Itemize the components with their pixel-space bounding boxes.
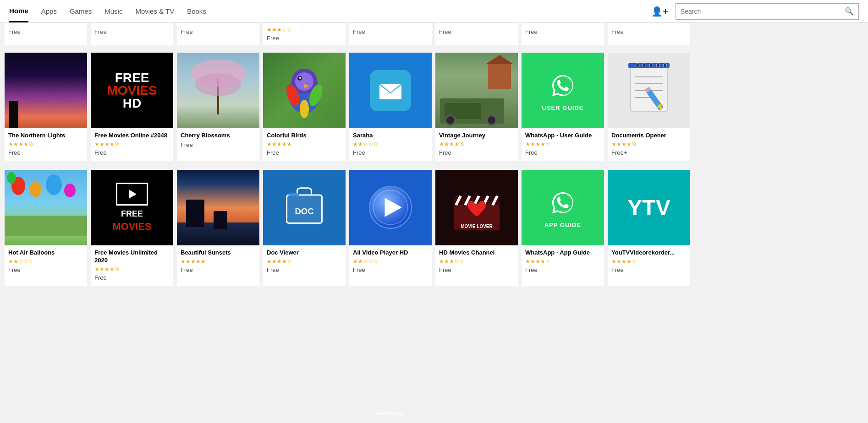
app-thumbnail: FREE MOVIES xyxy=(91,170,173,245)
app-price: Free xyxy=(94,274,170,281)
parrot-icon xyxy=(279,61,330,120)
app-card-all-video-player[interactable]: All Video Player HD ★★☆☆☆ Free xyxy=(349,170,432,286)
app-name: Free Movies Unlimited 2020 xyxy=(94,249,170,265)
free-text: FREE xyxy=(107,71,157,84)
user-guide-label: USER GUIDE xyxy=(542,104,584,111)
app-stars: ★★★★★ xyxy=(267,141,342,147)
app-card-vintage-journey[interactable]: Vintage Journey ★★★★½ Free xyxy=(435,53,518,161)
list-item[interactable]: Free xyxy=(522,23,604,45)
app-info: Colorful Birds ★★★★★ Free xyxy=(263,128,346,161)
app-guide-label: APP GUIDE xyxy=(544,222,581,228)
app-info: All Video Player HD ★★☆☆☆ Free xyxy=(349,245,432,278)
app-thumbnail: DOC xyxy=(263,170,346,245)
app-stars: ★★★★☆ xyxy=(525,141,600,147)
list-item[interactable]: Free xyxy=(91,23,173,45)
hd-text: HD xyxy=(107,97,157,110)
app-name: Free Movies Online #2048 xyxy=(94,132,170,140)
app-stars: ★★☆☆☆ xyxy=(353,258,428,265)
app-name: Vintage Journey xyxy=(439,132,514,140)
user-icon[interactable]: 👤+ xyxy=(651,6,668,17)
app-card-whatsapp-user-guide[interactable]: USER GUIDE WhatsApp - User Guide ★★★★☆ F… xyxy=(522,53,604,161)
list-item[interactable]: Free xyxy=(5,23,87,45)
app-thumbnail: USER GUIDE xyxy=(522,53,604,128)
saraha-icon xyxy=(370,70,411,111)
app-price: Free xyxy=(525,266,600,273)
app-card-whatsapp-app-guide[interactable]: APP GUIDE WhatsApp - App Guide ★★★★☆ Fre… xyxy=(522,170,604,286)
search-input[interactable] xyxy=(676,8,840,15)
nav-home[interactable]: Home xyxy=(9,0,28,22)
app-info: Cherry Blossoms Free xyxy=(177,128,259,153)
list-item[interactable]: ★★★☆☆ Free xyxy=(263,23,346,45)
app-price: Free xyxy=(439,149,514,156)
freemovies-text: FREE MOVIES HD xyxy=(107,71,157,110)
app-price: Free xyxy=(353,28,428,35)
app-card-beautiful-sunsets[interactable]: Beautiful Sunsets ★★★★★ Free xyxy=(177,170,259,286)
app-name: Doc Viewer xyxy=(267,249,342,257)
app-info: Beautiful Sunsets ★★★★★ Free xyxy=(177,245,259,278)
svg-point-41 xyxy=(547,187,579,219)
app-price: Free xyxy=(181,28,256,35)
app-info: WhatsApp - App Guide ★★★★☆ Free xyxy=(522,245,604,278)
app-stars: ★★★★☆ xyxy=(267,258,342,265)
nav-movies[interactable]: Movies & TV xyxy=(135,1,174,22)
app-thumbnail xyxy=(5,53,87,128)
nav-games[interactable]: Games xyxy=(70,1,92,22)
whatsapp-icon-2 xyxy=(547,187,579,219)
app-card-northern-lights[interactable]: The Northern Lights ★★★★½ Free xyxy=(5,53,87,161)
svg-point-8 xyxy=(300,100,309,118)
app-thumbnail xyxy=(177,53,259,128)
app-card-youtv[interactable]: YTV YouTVVideorekorder... ★★★★☆ Free xyxy=(608,170,690,286)
app-price: Free+ xyxy=(611,149,687,156)
app-name: Saraha xyxy=(353,132,428,140)
svg-rect-29 xyxy=(288,194,299,196)
app-card-hot-air-balloons[interactable]: Hot Air Balloons ★★☆☆☆ Free xyxy=(5,170,87,286)
app-info: The Northern Lights ★★★★½ Free xyxy=(5,128,87,161)
app-price: Free xyxy=(8,266,83,273)
app-stars: ★★★★★ xyxy=(181,258,256,265)
list-item[interactable]: Free xyxy=(608,23,690,45)
app-grid-row1: The Northern Lights ★★★★½ Free FREE MOVI… xyxy=(5,53,863,161)
envelope-icon xyxy=(377,77,404,104)
app-stars: ★★★★☆ xyxy=(611,258,687,265)
svg-point-10 xyxy=(547,70,579,102)
app-card-doc-viewer[interactable]: DOC Doc Viewer ★★★★☆ Free xyxy=(263,170,346,286)
nav-music[interactable]: Music xyxy=(104,1,122,22)
svg-marker-25 xyxy=(129,190,137,199)
list-item[interactable]: Free xyxy=(349,23,432,45)
app-thumbnail: MOVIE LOVER xyxy=(435,170,518,245)
nav-books[interactable]: Books xyxy=(187,1,206,22)
app-card-cherry-blossoms[interactable]: Cherry Blossoms Free xyxy=(177,53,259,161)
app-card-saraha[interactable]: Saraha App Saraha ★★☆☆☆ Free xyxy=(349,53,432,161)
app-card-free-movies-2020[interactable]: FREE MOVIES Free Movies Unlimited 2020 ★… xyxy=(91,170,173,286)
app-card-free-movies-2048[interactable]: FREE MOVIES HD Free Movies Online #2048 … xyxy=(91,53,173,161)
app-info: HD Movies Channel ★★★☆☆ Free xyxy=(435,245,518,278)
app-info: YouTVVideorekorder... ★★★★☆ Free xyxy=(608,245,690,278)
cherry-scene xyxy=(177,53,259,128)
app-name: Colorful Birds xyxy=(267,132,342,140)
svg-text:MOVIE LOVER: MOVIE LOVER xyxy=(461,224,493,229)
list-item[interactable]: Free xyxy=(435,23,518,45)
app-card-hd-movies-channel[interactable]: MOVIE LOVER HD Movies Channel ★★★☆☆ Free xyxy=(435,170,518,286)
app-price: Free xyxy=(439,266,514,273)
app-info: WhatsApp - User Guide ★★★★☆ Free xyxy=(522,128,604,161)
app-info: Vintage Journey ★★★★½ Free xyxy=(435,128,518,161)
northern-scene xyxy=(5,53,87,128)
search-button[interactable]: 🔍 xyxy=(840,7,858,16)
app-name: Beautiful Sunsets xyxy=(181,249,256,257)
app-price: Free xyxy=(94,28,170,35)
ytv-logo: YTV xyxy=(627,195,670,220)
app-price: Free xyxy=(181,141,256,148)
svg-point-4 xyxy=(299,77,301,79)
app-card-documents-opener[interactable]: Documents Opener ★★★★½ Free+ xyxy=(608,53,690,161)
nav-apps[interactable]: Apps xyxy=(41,1,57,22)
app-price: Free xyxy=(353,266,428,273)
app-thumbnail: APP GUIDE xyxy=(522,170,604,245)
app-card-colorful-birds[interactable]: Colorful Birds ★★★★★ Free xyxy=(263,53,346,161)
app-price: Free xyxy=(525,149,600,156)
list-item[interactable]: Free xyxy=(177,23,259,45)
navigation: Home Apps Games Music Movies & TV Books … xyxy=(0,0,868,23)
app-price: Free xyxy=(94,149,170,156)
app-price: Free xyxy=(8,149,83,156)
svg-point-15 xyxy=(649,64,653,67)
app-row-1: The Northern Lights ★★★★½ Free FREE MOVI… xyxy=(0,48,868,165)
